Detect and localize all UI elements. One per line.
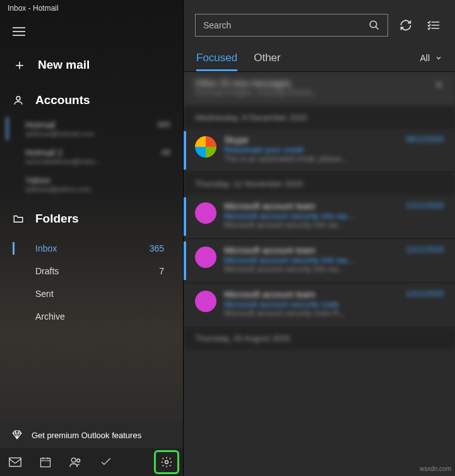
sidebar: Inbox - Hotmail ＋ New mail Accounts Hotm… (0, 0, 183, 476)
watermark: wsxdn.com (420, 465, 451, 472)
search-input[interactable] (203, 20, 345, 30)
avatar (195, 247, 216, 268)
accounts-header[interactable]: Accounts (0, 86, 183, 115)
chevron-down-icon (435, 54, 442, 62)
calendar-icon (40, 456, 51, 468)
folder-icon (13, 213, 24, 224)
close-icon[interactable]: ✕ (434, 78, 444, 92)
person-icon (13, 95, 24, 106)
settings-button[interactable] (154, 450, 179, 474)
message-item[interactable]: Microsoft account team Microsoft account… (184, 239, 455, 283)
folders-header[interactable]: Folders (0, 204, 183, 233)
tab-other[interactable]: Other (254, 52, 281, 71)
accounts-header-label: Accounts (35, 93, 90, 107)
calendar-app-button[interactable] (30, 448, 61, 476)
refresh-button[interactable] (396, 15, 416, 35)
mail-app-button[interactable] (0, 448, 30, 476)
todo-icon (100, 456, 112, 468)
folder-item-archive[interactable]: Archive (0, 305, 183, 328)
avatar (195, 291, 216, 312)
todo-app-button[interactable] (91, 448, 121, 476)
hamburger-menu-button[interactable] (6, 19, 32, 44)
message-item[interactable]: Microsoft account team Microsoft account… (184, 195, 455, 239)
svg-point-3 (71, 458, 76, 462)
premium-banner[interactable]: Get premium Outlook features (0, 422, 183, 448)
svg-point-4 (77, 459, 80, 462)
svg-point-5 (165, 461, 168, 464)
plus-icon: ＋ (13, 55, 27, 74)
message-item[interactable]: Microsoft account team Microsoft account… (184, 283, 455, 327)
tab-focused[interactable]: Focused (196, 52, 237, 71)
people-app-button[interactable] (61, 448, 91, 476)
toolbar (184, 0, 455, 44)
filter-label: All (420, 53, 430, 63)
folder-item-drafts[interactable]: Drafts7 (0, 260, 183, 282)
new-mail-button[interactable]: ＋ New mail (0, 44, 183, 86)
people-icon (69, 456, 82, 468)
date-group-header: Wednesday, 9 December 2020 (184, 107, 455, 129)
main-pane: Focused Other All Other 20 new messagesA… (183, 0, 455, 476)
date-group-header: Thursday, 20 August 2020 (184, 327, 455, 349)
folders-header-label: Folders (35, 212, 79, 226)
other-summary-row[interactable]: Other 20 new messagesAnomaly Insights; A… (184, 72, 455, 107)
bottom-bar (0, 448, 183, 476)
message-list[interactable]: Other 20 new messagesAnomaly Insights; A… (184, 72, 455, 476)
select-mode-button[interactable] (423, 15, 444, 35)
window-title: Inbox - Hotmail (0, 0, 183, 19)
refresh-icon (399, 19, 412, 32)
svg-rect-1 (9, 458, 21, 466)
date-group-header: Thursday, 12 November 2020 (184, 173, 455, 195)
new-mail-label: New mail (38, 58, 90, 72)
folder-item-inbox[interactable]: Inbox365 (0, 237, 183, 260)
diamond-icon (11, 429, 23, 441)
mail-icon (9, 457, 21, 467)
search-icon[interactable] (369, 20, 380, 31)
premium-label: Get premium Outlook features (32, 431, 141, 440)
gear-icon (160, 456, 173, 468)
svg-rect-2 (41, 458, 50, 467)
select-mode-icon (427, 20, 440, 31)
tabs-bar: Focused Other All (184, 44, 455, 72)
svg-point-6 (370, 21, 377, 28)
message-item[interactable]: Skype Reactivate your credit This is an … (184, 129, 455, 173)
account-item[interactable]: Yahooaddress@yahoo.com (0, 170, 183, 198)
account-item[interactable]: Hotmailaddress@hotmail.com365 (0, 115, 183, 142)
svg-point-0 (16, 96, 20, 100)
search-box[interactable] (195, 14, 388, 37)
avatar (195, 136, 216, 158)
account-item[interactable]: Hotmail 2secondaddress@hotm...48 (0, 142, 183, 170)
filter-dropdown[interactable]: All (420, 53, 442, 63)
avatar (195, 202, 216, 224)
hamburger-icon (13, 27, 25, 36)
folder-item-sent[interactable]: Sent (0, 282, 183, 305)
